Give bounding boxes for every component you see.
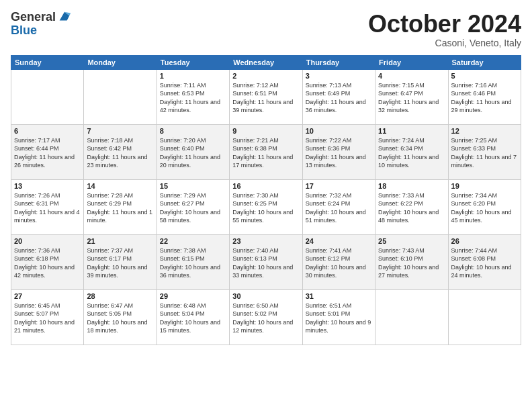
day-info: Sunrise: 7:40 AM Sunset: 6:13 PM Dayligh…	[232, 246, 299, 280]
table-row: 29Sunrise: 6:48 AM Sunset: 5:04 PM Dayli…	[157, 289, 229, 345]
location-subtitle: Casoni, Veneto, Italy	[368, 38, 521, 48]
table-row: 20Sunrise: 7:36 AM Sunset: 6:18 PM Dayli…	[11, 234, 84, 289]
table-row: 1Sunrise: 7:11 AM Sunset: 6:53 PM Daylig…	[157, 69, 229, 124]
day-info: Sunrise: 7:24 AM Sunset: 6:34 PM Dayligh…	[378, 136, 445, 170]
day-number: 21	[87, 237, 153, 245]
day-info: Sunrise: 7:36 AM Sunset: 6:18 PM Dayligh…	[14, 246, 81, 280]
day-info: Sunrise: 7:38 AM Sunset: 6:15 PM Dayligh…	[160, 246, 226, 280]
table-row: 10Sunrise: 7:22 AM Sunset: 6:36 PM Dayli…	[302, 124, 375, 179]
table-row: 15Sunrise: 7:29 AM Sunset: 6:27 PM Dayli…	[157, 179, 229, 234]
col-monday: Monday	[84, 55, 157, 69]
day-number: 6	[14, 127, 81, 135]
day-number: 18	[378, 182, 445, 190]
table-row: 8Sunrise: 7:20 AM Sunset: 6:40 PM Daylig…	[157, 124, 229, 179]
page: General Blue October 2024 Casoni, Veneto…	[0, 0, 532, 411]
table-row: 4Sunrise: 7:15 AM Sunset: 6:47 PM Daylig…	[375, 69, 448, 124]
day-info: Sunrise: 7:43 AM Sunset: 6:10 PM Dayligh…	[378, 246, 445, 280]
day-number: 1	[160, 72, 226, 80]
col-saturday: Saturday	[448, 55, 521, 69]
day-number: 14	[87, 182, 153, 190]
logo-blue: Blue	[11, 24, 72, 38]
table-row: 19Sunrise: 7:34 AM Sunset: 6:20 PM Dayli…	[448, 179, 521, 234]
day-info: Sunrise: 7:33 AM Sunset: 6:22 PM Dayligh…	[378, 191, 445, 225]
day-number: 24	[306, 237, 372, 245]
day-info: Sunrise: 7:29 AM Sunset: 6:27 PM Dayligh…	[160, 191, 226, 225]
day-number: 11	[378, 127, 445, 135]
day-number: 8	[160, 127, 226, 135]
day-number: 12	[451, 127, 518, 135]
day-number: 4	[378, 72, 445, 80]
day-number: 22	[160, 237, 226, 245]
table-row: 30Sunrise: 6:50 AM Sunset: 5:02 PM Dayli…	[230, 289, 302, 345]
day-number: 31	[306, 292, 372, 300]
day-number: 25	[378, 237, 445, 245]
table-row: 12Sunrise: 7:25 AM Sunset: 6:33 PM Dayli…	[448, 124, 521, 179]
table-row: 13Sunrise: 7:26 AM Sunset: 6:31 PM Dayli…	[11, 179, 84, 234]
day-info: Sunrise: 7:37 AM Sunset: 6:17 PM Dayligh…	[87, 246, 153, 280]
day-info: Sunrise: 7:28 AM Sunset: 6:29 PM Dayligh…	[87, 191, 153, 225]
table-row: 3Sunrise: 7:13 AM Sunset: 6:49 PM Daylig…	[302, 69, 375, 124]
day-number: 3	[306, 72, 372, 80]
day-info: Sunrise: 6:51 AM Sunset: 5:01 PM Dayligh…	[306, 302, 372, 335]
table-row: 5Sunrise: 7:16 AM Sunset: 6:46 PM Daylig…	[448, 69, 521, 124]
table-row: 25Sunrise: 7:43 AM Sunset: 6:10 PM Dayli…	[375, 234, 448, 289]
day-info: Sunrise: 7:30 AM Sunset: 6:25 PM Dayligh…	[232, 191, 299, 225]
day-info: Sunrise: 7:13 AM Sunset: 6:49 PM Dayligh…	[306, 81, 372, 115]
month-title: October 2024	[368, 11, 521, 38]
day-info: Sunrise: 7:41 AM Sunset: 6:12 PM Dayligh…	[306, 246, 372, 280]
calendar-week-row: 13Sunrise: 7:26 AM Sunset: 6:31 PM Dayli…	[11, 179, 521, 234]
day-info: Sunrise: 7:12 AM Sunset: 6:51 PM Dayligh…	[232, 81, 299, 115]
day-number: 9	[232, 127, 299, 135]
table-row: 9Sunrise: 7:21 AM Sunset: 6:38 PM Daylig…	[230, 124, 302, 179]
day-number: 7	[87, 127, 153, 135]
table-row: 28Sunrise: 6:47 AM Sunset: 5:05 PM Dayli…	[84, 289, 157, 345]
day-info: Sunrise: 7:11 AM Sunset: 6:53 PM Dayligh…	[160, 81, 226, 115]
header: General Blue October 2024 Casoni, Veneto…	[11, 11, 521, 48]
table-row: 14Sunrise: 7:28 AM Sunset: 6:29 PM Dayli…	[84, 179, 157, 234]
day-info: Sunrise: 7:34 AM Sunset: 6:20 PM Dayligh…	[451, 191, 518, 225]
calendar-week-row: 6Sunrise: 7:17 AM Sunset: 6:44 PM Daylig…	[11, 124, 521, 179]
day-info: Sunrise: 7:21 AM Sunset: 6:38 PM Dayligh…	[232, 136, 299, 170]
table-row: 23Sunrise: 7:40 AM Sunset: 6:13 PM Dayli…	[230, 234, 302, 289]
col-sunday: Sunday	[11, 55, 84, 69]
calendar-week-row: 20Sunrise: 7:36 AM Sunset: 6:18 PM Dayli…	[11, 234, 521, 289]
day-number: 26	[451, 237, 518, 245]
table-row	[375, 289, 448, 345]
day-info: Sunrise: 6:48 AM Sunset: 5:04 PM Dayligh…	[160, 302, 226, 335]
table-row: 16Sunrise: 7:30 AM Sunset: 6:25 PM Dayli…	[230, 179, 302, 234]
day-info: Sunrise: 7:17 AM Sunset: 6:44 PM Dayligh…	[14, 136, 81, 170]
day-number: 28	[87, 292, 153, 300]
table-row: 17Sunrise: 7:32 AM Sunset: 6:24 PM Dayli…	[302, 179, 375, 234]
day-info: Sunrise: 6:47 AM Sunset: 5:05 PM Dayligh…	[87, 302, 153, 335]
day-number: 23	[232, 237, 299, 245]
table-row	[448, 289, 521, 345]
table-row: 2Sunrise: 7:12 AM Sunset: 6:51 PM Daylig…	[230, 69, 302, 124]
col-wednesday: Wednesday	[230, 55, 302, 69]
day-number: 15	[160, 182, 226, 190]
table-row: 26Sunrise: 7:44 AM Sunset: 6:08 PM Dayli…	[448, 234, 521, 289]
table-row: 22Sunrise: 7:38 AM Sunset: 6:15 PM Dayli…	[157, 234, 229, 289]
day-number: 20	[14, 237, 81, 245]
table-row: 27Sunrise: 6:45 AM Sunset: 5:07 PM Dayli…	[11, 289, 84, 345]
calendar-table: Sunday Monday Tuesday Wednesday Thursday…	[11, 55, 521, 345]
calendar-header-row: Sunday Monday Tuesday Wednesday Thursday…	[11, 55, 521, 69]
logo: General Blue	[11, 11, 72, 38]
day-info: Sunrise: 7:20 AM Sunset: 6:40 PM Dayligh…	[160, 136, 226, 170]
table-row: 24Sunrise: 7:41 AM Sunset: 6:12 PM Dayli…	[302, 234, 375, 289]
col-friday: Friday	[375, 55, 448, 69]
day-info: Sunrise: 7:16 AM Sunset: 6:46 PM Dayligh…	[451, 81, 518, 115]
day-info: Sunrise: 6:50 AM Sunset: 5:02 PM Dayligh…	[232, 302, 299, 335]
day-number: 5	[451, 72, 518, 80]
table-row: 18Sunrise: 7:33 AM Sunset: 6:22 PM Dayli…	[375, 179, 448, 234]
day-info: Sunrise: 7:22 AM Sunset: 6:36 PM Dayligh…	[306, 136, 372, 170]
day-info: Sunrise: 7:18 AM Sunset: 6:42 PM Dayligh…	[87, 136, 153, 170]
day-number: 13	[14, 182, 81, 190]
day-number: 27	[14, 292, 81, 300]
day-info: Sunrise: 7:26 AM Sunset: 6:31 PM Dayligh…	[14, 191, 81, 225]
table-row: 7Sunrise: 7:18 AM Sunset: 6:42 PM Daylig…	[84, 124, 157, 179]
logo-text: General Blue	[11, 11, 72, 38]
day-number: 19	[451, 182, 518, 190]
col-tuesday: Tuesday	[157, 55, 229, 69]
table-row: 6Sunrise: 7:17 AM Sunset: 6:44 PM Daylig…	[11, 124, 84, 179]
table-row	[84, 69, 157, 124]
